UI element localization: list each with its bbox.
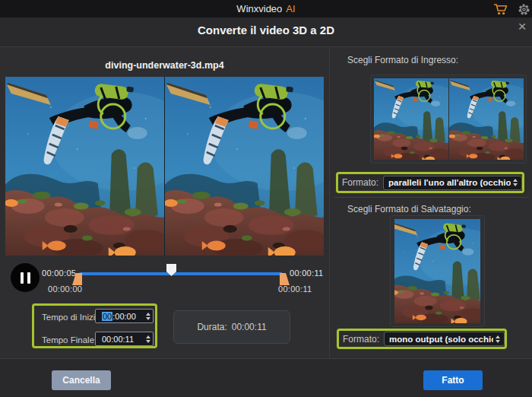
total-time: 00:00:11 (290, 268, 323, 278)
stepper-up-icon[interactable] (146, 313, 150, 316)
trim-end-time: 00:00:11 (278, 284, 312, 294)
start-time-stepper[interactable] (146, 313, 150, 320)
dialog-title: Converte il video 3D a 2D (0, 24, 532, 37)
section-divider (334, 197, 529, 198)
done-button[interactable]: Fatto (423, 370, 483, 390)
end-time-stepper[interactable] (146, 335, 150, 343)
output-format-select[interactable]: mono output (solo occhio sinistro) (384, 332, 505, 346)
end-time-value: 00:00:11 (102, 335, 134, 344)
output-format-label: Formato: (339, 334, 384, 345)
timeline-track[interactable] (79, 272, 283, 275)
elapsed-time: 00:00:05 (42, 268, 76, 278)
start-time-label: Tempo di Inizio: (42, 313, 103, 322)
duration-box: Durata: 00:00:11 (173, 310, 290, 344)
cart-icon[interactable] (492, 2, 509, 16)
cancel-button[interactable]: Cancella (52, 370, 111, 390)
app-title: Winxvideo AI (0, 0, 532, 17)
start-time-value: 00:00:00 (102, 312, 136, 321)
app-name: Winxvideo (236, 3, 282, 14)
app-badge-ai: AI (286, 3, 295, 14)
input-format-label: Formato: (338, 177, 383, 188)
input-format-heading: Scegli Formato di Ingresso: (347, 55, 458, 65)
output-format-row-highlight: Formato: mono output (solo occhio sinist… (337, 329, 507, 349)
close-icon[interactable]: × (514, 18, 530, 35)
output-format-heading: Scegli Formato di Salvataggio: (347, 204, 471, 214)
video-left-eye (5, 77, 165, 256)
end-time-label: Tempo Finale: (42, 335, 97, 345)
input-format-select[interactable]: paralleli l'uno all'altro (occhio sinist… (383, 176, 522, 190)
input-format-row-highlight: Formato: paralleli l'uno all'altro (occh… (336, 172, 524, 193)
stepper-up-icon[interactable] (146, 335, 150, 338)
chevron-updown-icon (493, 335, 504, 343)
trim-start-time: 00:00:00 (48, 284, 82, 294)
input-format-value: paralleli l'uno all'altro (occhio sinist… (384, 178, 511, 187)
pause-button[interactable] (11, 263, 40, 292)
duration-label: Durata: (197, 322, 226, 332)
start-time-input[interactable]: 00:00:00 (95, 309, 154, 323)
video-right-eye (165, 77, 325, 256)
input-format-thumbnail (370, 75, 527, 164)
gear-icon[interactable] (515, 2, 532, 16)
app-window: Winxvideo AI Converte il video 3D a 2D ×… (0, 0, 532, 397)
end-time-input[interactable]: 00:00:11 (95, 332, 154, 346)
chevron-updown-icon (511, 179, 521, 186)
video-filename: diving-underwater-3d.mp4 (5, 60, 324, 71)
panel-divider (329, 47, 330, 358)
trim-end-handle[interactable] (280, 273, 290, 285)
stepper-down-icon[interactable] (146, 340, 150, 343)
duration-value: 00:00:11 (232, 322, 267, 332)
pause-icon (21, 272, 24, 284)
stereo-split-line (164, 77, 165, 256)
output-format-value: mono output (solo occhio sinistro) (385, 335, 493, 344)
output-format-thumbnail (390, 215, 485, 327)
stepper-down-icon[interactable] (146, 317, 150, 320)
